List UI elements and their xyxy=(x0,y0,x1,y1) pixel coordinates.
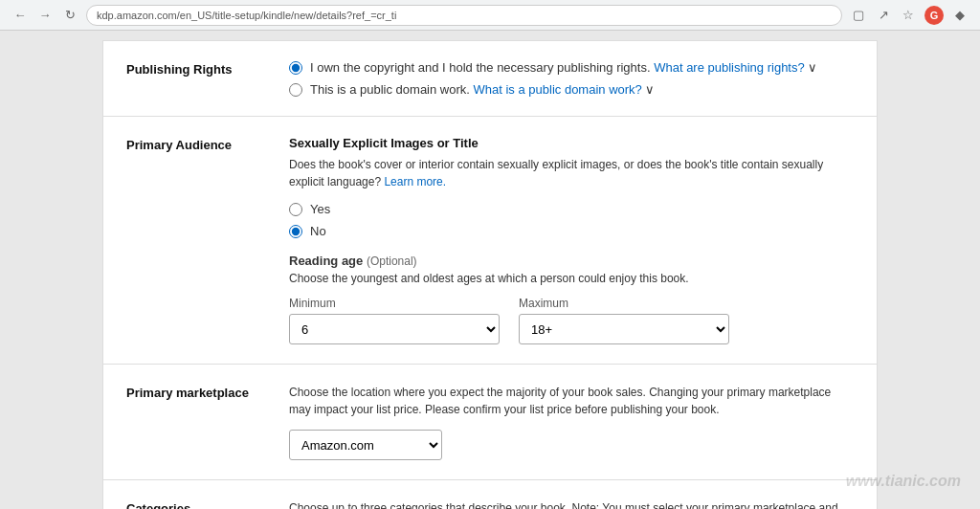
explicit-yes-option: Yes xyxy=(289,202,854,216)
primary-audience-body: Sexually Explicit Images or Title Does t… xyxy=(289,136,854,344)
share-icon[interactable]: ↗ xyxy=(875,7,892,24)
primary-marketplace-section: Primary marketplace Choose the location … xyxy=(102,365,878,480)
publishing-rights-body: I own the copyright and I hold the neces… xyxy=(289,60,854,97)
minimum-age-group: Minimum 4 5 6 7 8 9 10 12 14 16 1 xyxy=(289,297,500,344)
categories-section: Categories Choose up to three categories… xyxy=(102,480,878,509)
minimum-label: Minimum xyxy=(289,297,500,310)
back-icon[interactable]: ← xyxy=(11,7,29,24)
publishing-rights-option2: This is a public domain work. What is a … xyxy=(289,82,854,97)
bookmark-icon[interactable]: ☆ xyxy=(900,7,917,24)
explicit-no-option: No xyxy=(289,224,854,238)
sexually-explicit-desc: Does the book's cover or interior contai… xyxy=(289,156,854,190)
publishing-rights-radio-group: I own the copyright and I hold the neces… xyxy=(289,60,854,97)
reading-age-dropdowns: Minimum 4 5 6 7 8 9 10 12 14 16 1 xyxy=(289,297,854,344)
what-is-public-domain-link[interactable]: What is a public domain work? xyxy=(474,82,642,97)
reload-icon[interactable]: ↻ xyxy=(61,7,78,24)
publishing-rights-label: Publishing Rights xyxy=(126,60,251,97)
url-bar[interactable]: kdp.amazon.com/en_US/title-setup/kindle/… xyxy=(86,5,842,26)
screenshot-icon[interactable]: ▢ xyxy=(850,7,867,24)
categories-label: Categories xyxy=(126,499,251,509)
publishing-rights-radio1[interactable] xyxy=(289,61,302,75)
what-are-publishing-rights-link[interactable]: What are publishing rights? xyxy=(654,60,805,75)
user-avatar[interactable]: G xyxy=(924,6,944,25)
publishing-rights-section: Publishing Rights I own the copyright an… xyxy=(102,40,878,117)
marketplace-select[interactable]: Amazon.com Amazon.co.uk Amazon.de Amazon… xyxy=(289,430,442,460)
maximum-label: Maximum xyxy=(519,297,729,310)
publishing-rights-option1-label: I own the copyright and I hold the neces… xyxy=(310,60,817,75)
categories-body: Choose up to three categories that descr… xyxy=(289,499,854,509)
explicit-yes-radio[interactable] xyxy=(289,203,302,216)
browser-action-icons: ▢ ↗ ☆ G ◆ xyxy=(850,6,969,25)
minimum-age-select[interactable]: 4 5 6 7 8 9 10 12 14 16 18+ xyxy=(289,314,500,344)
extensions-icon[interactable]: ◆ xyxy=(951,7,969,24)
browser-bar: ← → ↻ kdp.amazon.com/en_US/title-setup/k… xyxy=(0,0,980,31)
primary-marketplace-body: Choose the location where you expect the… xyxy=(289,384,854,460)
explicit-no-radio[interactable] xyxy=(289,225,302,238)
page-content: Publishing Rights I own the copyright an… xyxy=(83,31,897,509)
publishing-rights-radio2[interactable] xyxy=(289,83,302,97)
reading-age-desc: Choose the youngest and oldest ages at w… xyxy=(289,272,854,285)
primary-audience-section: Primary Audience Sexually Explicit Image… xyxy=(102,117,878,365)
learn-more-link[interactable]: Learn more. xyxy=(384,175,446,188)
explicit-no-label: No xyxy=(310,224,326,238)
publishing-rights-option1: I own the copyright and I hold the neces… xyxy=(289,60,854,75)
sexually-explicit-title: Sexually Explicit Images or Title xyxy=(289,136,854,150)
forward-icon[interactable]: → xyxy=(36,7,54,24)
primary-marketplace-label: Primary marketplace xyxy=(126,384,251,460)
publishing-rights-option2-label: This is a public domain work. What is a … xyxy=(310,82,655,97)
maximum-age-group: Maximum 4 5 6 7 8 9 10 12 14 16 1 xyxy=(519,297,729,344)
maximum-age-select[interactable]: 4 5 6 7 8 9 10 12 14 16 18+ xyxy=(519,314,729,344)
explicit-yes-label: Yes xyxy=(310,202,330,216)
marketplace-desc: Choose the location where you expect the… xyxy=(289,384,854,418)
reading-age-label: Reading age (Optional) xyxy=(289,254,854,268)
explicit-radio-group: Yes No xyxy=(289,202,854,238)
primary-audience-label: Primary Audience xyxy=(126,136,251,344)
categories-desc: Choose up to three categories that descr… xyxy=(289,499,854,509)
